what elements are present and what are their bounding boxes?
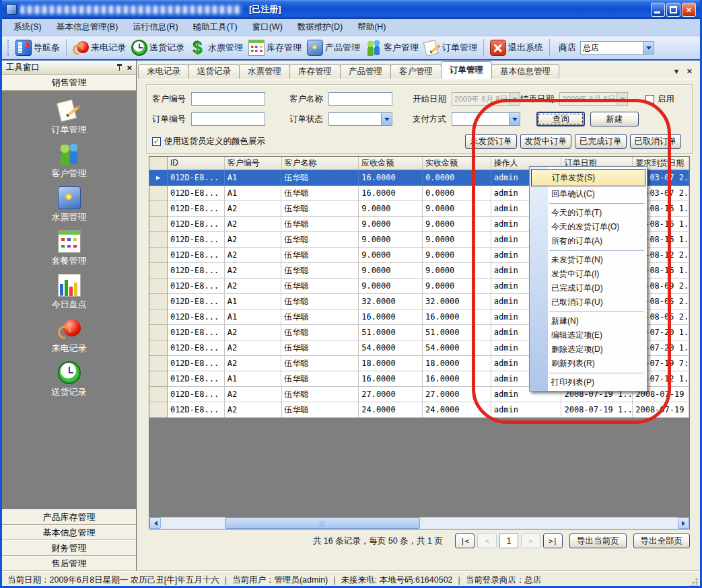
order-status-select[interactable]: [328, 112, 392, 126]
tab-3[interactable]: 水票管理: [239, 64, 290, 79]
row-indicator[interactable]: [149, 201, 168, 217]
context-menu-item-8[interactable]: 未发货订单(N): [530, 253, 647, 267]
row-indicator[interactable]: [149, 387, 168, 402]
toolbar-grip[interactable]: [7, 40, 10, 56]
menu-item-2[interactable]: 基本信息管理(B): [49, 20, 126, 35]
toolbar-button-7[interactable]: 客户管理: [363, 38, 421, 57]
resize-grip-icon[interactable]: [690, 578, 698, 586]
context-menu-item-9[interactable]: 发货中订单(I): [530, 267, 647, 281]
chevron-down-icon[interactable]: [509, 113, 520, 125]
context-menu-item-18[interactable]: 打印列表(P): [530, 375, 647, 390]
row-indicator[interactable]: [149, 294, 168, 309]
first-page-button[interactable]: |<: [455, 534, 475, 548]
chevron-down-icon[interactable]: [643, 42, 654, 54]
row-indicator[interactable]: [149, 325, 168, 340]
tab-list-dropdown-icon[interactable]: ▼: [673, 67, 680, 75]
context-menu-item-13[interactable]: 新建(N): [530, 314, 647, 328]
scrollbar-track[interactable]: [161, 517, 678, 529]
row-indicator[interactable]: [149, 402, 168, 418]
row-indicator[interactable]: [149, 186, 168, 201]
scroll-right-arrow[interactable]: [678, 517, 689, 529]
sidebar-item-2[interactable]: 客户管理: [52, 143, 87, 180]
context-menu-item-15[interactable]: 删除选定项(D): [530, 342, 647, 357]
sidebar-section-3[interactable]: 财务管理: [2, 540, 136, 556]
close-button[interactable]: ×: [682, 3, 696, 17]
scrollbar-thumb[interactable]: [225, 517, 420, 529]
last-page-button[interactable]: >|: [543, 534, 563, 548]
column-header-customer-no[interactable]: 客户编号: [225, 157, 282, 170]
minimize-button[interactable]: [651, 3, 665, 17]
export-current-page-button[interactable]: 导出当前页: [569, 534, 627, 548]
tab-close-icon[interactable]: ×: [687, 66, 692, 76]
menu-item-1[interactable]: 系统(S): [6, 20, 49, 35]
toolbar-button-9[interactable]: 退出系统: [487, 38, 546, 57]
column-header-customer-name[interactable]: 客户名称: [282, 157, 359, 170]
export-all-pages-button[interactable]: 导出全部页: [633, 534, 691, 548]
tab-2[interactable]: 送货记录: [188, 64, 240, 79]
context-menu-item-6[interactable]: 所有的订单(A): [530, 234, 647, 248]
tab-1[interactable]: 来电记录: [138, 64, 189, 79]
maximize-button[interactable]: [666, 3, 680, 17]
status-filter-button-2[interactable]: 发货中订单: [520, 134, 572, 149]
row-indicator[interactable]: [149, 371, 168, 387]
menu-item-7[interactable]: 帮助(H): [350, 20, 393, 35]
context-menu-item-5[interactable]: 今天的发货订单(O): [530, 220, 647, 234]
row-indicator[interactable]: [149, 309, 168, 325]
sidebar-item-1[interactable]: 订单管理: [52, 99, 87, 136]
table-row[interactable]: 012D-E8...A2伍华聪24.000024.0000admin2008-0…: [149, 402, 689, 418]
sidebar-section-sales[interactable]: 销售管理: [2, 75, 136, 91]
order-no-input[interactable]: [191, 112, 265, 126]
pin-icon[interactable]: [116, 64, 122, 71]
row-indicator[interactable]: [149, 217, 168, 232]
column-header-received[interactable]: 实收金额: [423, 157, 491, 170]
chevron-down-icon[interactable]: [381, 113, 392, 125]
context-menu-item-1[interactable]: 订单发货(S): [531, 169, 645, 186]
tab-4[interactable]: 库存管理: [289, 64, 341, 79]
context-menu-item-16[interactable]: 刷新列表(R): [530, 357, 647, 371]
menu-item-6[interactable]: 数据维护(D): [290, 20, 350, 35]
enable-date-checkbox[interactable]: [645, 95, 654, 104]
tab-8[interactable]: 基本信息管理: [491, 64, 559, 79]
tab-5[interactable]: 产品管理: [340, 64, 391, 79]
context-menu-item-10[interactable]: 已完成订单(D): [530, 281, 647, 295]
customer-name-input[interactable]: [328, 92, 392, 106]
scroll-left-arrow[interactable]: [149, 517, 161, 529]
row-indicator[interactable]: [149, 356, 168, 371]
menu-item-4[interactable]: 辅助工具(T): [186, 20, 245, 35]
status-filter-button-4[interactable]: 已取消订单: [630, 134, 682, 149]
sidebar-section-4[interactable]: 售后管理: [2, 556, 136, 571]
menu-item-3[interactable]: 运行信息(R): [125, 20, 185, 35]
context-menu-item-4[interactable]: 今天的订单(T): [530, 206, 647, 220]
row-indicator[interactable]: [149, 340, 168, 356]
status-filter-button-3[interactable]: 已完成订单: [575, 134, 627, 149]
pay-method-select[interactable]: [452, 112, 520, 126]
shop-select[interactable]: 总店: [580, 41, 654, 54]
context-menu-item-2[interactable]: 回单确认(C): [530, 187, 647, 201]
customer-no-input[interactable]: [191, 92, 265, 106]
sidebar-close-icon[interactable]: ×: [127, 63, 132, 72]
menu-item-5[interactable]: 窗口(W): [245, 20, 290, 35]
toolbar-button-3[interactable]: 送货记录: [129, 38, 187, 57]
sidebar-section-2[interactable]: 基本信息管理: [2, 525, 136, 540]
sidebar-item-7[interactable]: 送货记录: [52, 361, 87, 398]
toolbar-button-8[interactable]: 订单管理: [421, 38, 480, 57]
column-header-receivable[interactable]: 应收金额: [359, 157, 423, 170]
query-button[interactable]: 查询: [536, 112, 585, 126]
row-indicator[interactable]: [149, 232, 168, 248]
sidebar-item-5[interactable]: 今日盘点: [52, 274, 87, 311]
context-menu-item-11[interactable]: 已取消订单(U): [530, 295, 647, 309]
horizontal-scrollbar[interactable]: [149, 517, 689, 529]
row-indicator[interactable]: [149, 248, 168, 263]
tab-7[interactable]: 订单管理: [441, 61, 492, 79]
row-indicator[interactable]: ▶: [149, 170, 168, 186]
toolbar-button-1[interactable]: 导航条: [13, 38, 63, 57]
toolbar-button-4[interactable]: $水票管理: [187, 38, 246, 57]
sidebar-section-1[interactable]: 产品库存管理: [2, 509, 136, 525]
tab-6[interactable]: 客户管理: [390, 64, 442, 79]
delivery-color-checkbox[interactable]: ✓: [152, 137, 161, 146]
row-indicator[interactable]: [149, 263, 168, 279]
toolbar-button-6[interactable]: 产品管理: [304, 38, 363, 57]
sidebar-item-4[interactable]: 套餐管理: [52, 230, 87, 267]
context-menu-item-14[interactable]: 编辑选定项(E): [530, 328, 647, 342]
page-number-input[interactable]: [499, 534, 518, 548]
